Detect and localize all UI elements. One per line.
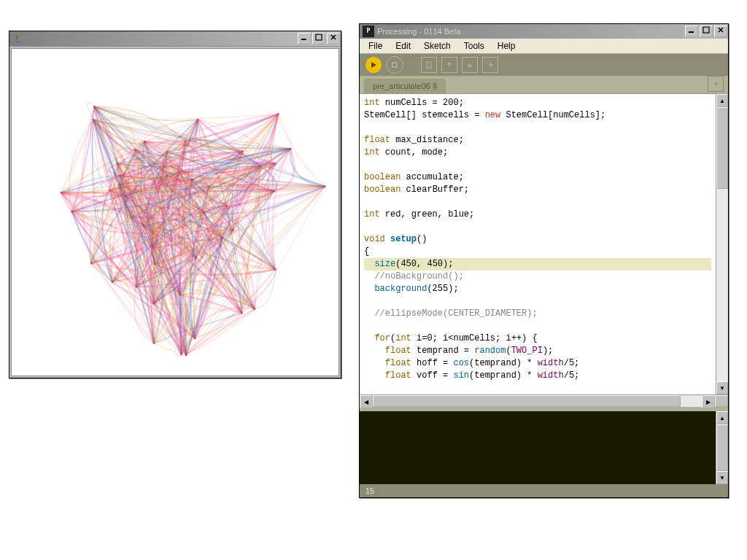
ide-tabbar: pre_articulate06 § — [360, 76, 728, 93]
svg-rect-0 — [301, 39, 306, 40]
export-button[interactable] — [482, 57, 498, 73]
close-button[interactable] — [327, 33, 340, 44]
ide-titlebar[interactable]: P Processing - 0114 Beta — [360, 24, 728, 39]
console[interactable] — [360, 411, 716, 484]
scroll-down-button[interactable]: ▼ — [716, 471, 728, 484]
editor-vertical-scrollbar[interactable]: ▲ ▼ — [716, 94, 728, 394]
scroll-thumb[interactable] — [716, 424, 728, 471]
hscroll-thumb[interactable] — [373, 395, 681, 407]
svg-marker-4 — [371, 62, 376, 68]
menu-sketch[interactable]: Sketch — [418, 39, 457, 52]
processing-ide-window: P Processing - 0114 Beta File Edit Sketc… — [359, 23, 729, 498]
menu-tools[interactable]: Tools — [458, 39, 490, 52]
ide-title: Processing - 0114 Beta — [377, 27, 460, 36]
new-button[interactable] — [421, 57, 437, 73]
console-area: ▲ ▼ — [360, 411, 728, 484]
scroll-down-button[interactable]: ▼ — [716, 381, 728, 394]
scroll-thumb[interactable] — [716, 107, 728, 189]
sketch-canvas — [11, 48, 339, 376]
maximize-button[interactable] — [312, 33, 325, 44]
svg-rect-3 — [703, 27, 709, 33]
svg-rect-2 — [689, 31, 694, 33]
menu-file[interactable]: File — [363, 39, 388, 52]
scroll-up-button[interactable]: ▲ — [716, 94, 728, 107]
menu-help[interactable]: Help — [492, 39, 522, 52]
code-editor[interactable]: int numCells = 200; StemCell[] stemcells… — [360, 94, 716, 394]
svg-rect-1 — [316, 34, 322, 40]
ide-statusbar: 15 — [360, 484, 728, 497]
processing-app-icon: P — [363, 26, 374, 37]
sketch-tab[interactable]: pre_articulate06 § — [364, 79, 446, 93]
open-button[interactable] — [441, 57, 457, 73]
stop-button[interactable] — [386, 56, 403, 74]
tab-menu-button[interactable] — [708, 76, 724, 92]
scroll-right-button[interactable]: ▶ — [702, 395, 715, 408]
cursor-line-indicator: 15 — [365, 486, 374, 495]
code-editor-area: int numCells = 200; StemCell[] stemcells… — [360, 93, 728, 394]
maximize-button[interactable] — [700, 26, 713, 37]
java-icon — [12, 33, 24, 44]
ide-menubar: File Edit Sketch Tools Help — [360, 39, 728, 54]
console-vertical-scrollbar[interactable]: ▲ ▼ — [716, 411, 728, 484]
minimize-button[interactable] — [298, 33, 311, 44]
minimize-button[interactable] — [685, 26, 698, 37]
scroll-up-button[interactable]: ▲ — [716, 411, 728, 424]
sketch-titlebar[interactable] — [9, 31, 341, 47]
close-button[interactable] — [714, 26, 727, 37]
ide-toolbar — [360, 54, 728, 76]
scroll-left-button[interactable]: ◀ — [360, 395, 373, 408]
run-button[interactable] — [365, 57, 382, 73]
save-button[interactable] — [462, 57, 478, 73]
sketch-output-window — [9, 31, 341, 378]
editor-horizontal-scrollbar[interactable]: ◀ ▶ — [360, 394, 728, 407]
svg-rect-5 — [392, 63, 397, 67]
svg-rect-6 — [427, 62, 431, 68]
menu-edit[interactable]: Edit — [390, 39, 417, 52]
